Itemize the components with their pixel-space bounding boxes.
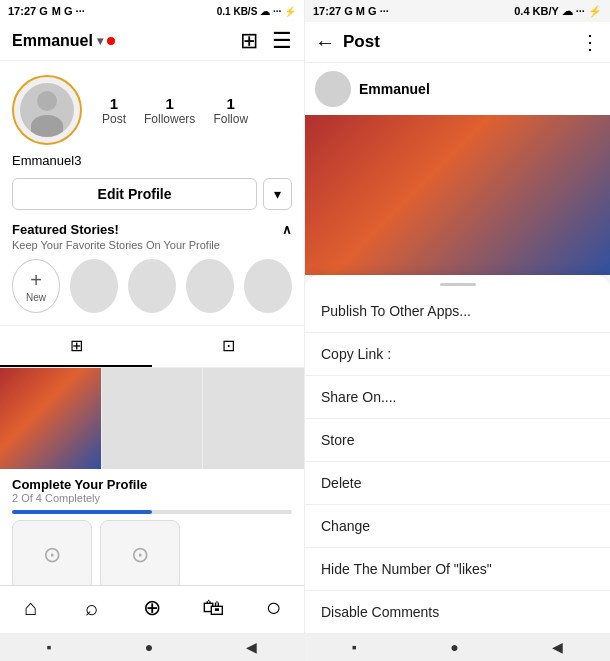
- right-status-bar: 17:27 G M G ··· 0.4 KB/Y ☁ ··· ⚡: [305, 0, 610, 22]
- avatar-head: [37, 91, 57, 111]
- featured-section: Featured Stories! ∧ Keep Your Favorite S…: [0, 218, 304, 321]
- right-sys-back-btn[interactable]: ◀: [552, 639, 563, 655]
- right-status-left: 17:27 G M G ···: [313, 5, 389, 17]
- sheet-item-disable-comments[interactable]: Disable Comments: [305, 591, 610, 633]
- left-sys-nav: ▪ ● ◀: [0, 633, 304, 661]
- add-post-icon[interactable]: ⊞: [240, 28, 258, 54]
- stat-following-label: Follow: [213, 112, 248, 126]
- sheet-item-hide-likes[interactable]: Hide The Number Of "likes": [305, 548, 610, 591]
- nav-add[interactable]: ⊕: [122, 592, 183, 623]
- menu-icon[interactable]: ☰: [272, 28, 292, 54]
- complete-profile-title: Complete Your Profile: [12, 477, 292, 492]
- tab-tagged[interactable]: ⊡: [152, 326, 304, 367]
- post-placeholder-3: [203, 368, 304, 469]
- right-sys-square-btn[interactable]: ▪: [352, 639, 357, 655]
- search-icon: ⌕: [85, 595, 98, 621]
- right-title: Post: [343, 32, 572, 52]
- complete-card-2[interactable]: ⊙: [100, 520, 180, 585]
- home-icon: ⌂: [24, 595, 37, 621]
- profile-username: Emmanuel3: [0, 153, 304, 174]
- nav-search[interactable]: ⌕: [61, 592, 122, 623]
- post-thumb-2[interactable]: [102, 368, 203, 469]
- complete-profile: Complete Your Profile 2 Of 4 Completely …: [0, 469, 304, 585]
- bottom-nav: ⌂ ⌕ ⊕ 🛍 ○: [0, 585, 304, 633]
- post-thumb-3[interactable]: [203, 368, 304, 469]
- avatar-wrap[interactable]: [12, 75, 82, 145]
- post-image: [305, 115, 610, 275]
- new-story-label: New: [26, 292, 46, 303]
- back-button[interactable]: ←: [315, 31, 335, 54]
- sheet-item-copy[interactable]: Copy Link :: [305, 333, 610, 376]
- sheet-item-publish[interactable]: Publish To Other Apps...: [305, 290, 610, 333]
- nav-username: Emmanuel: [12, 32, 93, 50]
- sheet-item-share[interactable]: Share On....: [305, 376, 610, 419]
- right-sys-circle-btn[interactable]: ●: [450, 639, 458, 655]
- tag-icon: ⊡: [222, 336, 235, 355]
- featured-collapse-icon[interactable]: ∧: [282, 222, 292, 237]
- complete-progress-track: [12, 510, 292, 514]
- nav-profile[interactable]: ○: [243, 592, 304, 623]
- sheet-item-change[interactable]: Change: [305, 505, 610, 548]
- status-time: 17:27 G: [8, 5, 48, 17]
- featured-title: Featured Stories!: [12, 222, 119, 237]
- avatar-body: [31, 115, 63, 137]
- story-bubble-1[interactable]: [70, 259, 118, 313]
- add-icon: ⊕: [143, 595, 161, 621]
- post-user-avatar: [315, 71, 351, 107]
- status-bar-left: 17:27 G M G ···: [8, 5, 85, 17]
- right-status-right: 0.4 KB/Y ☁ ··· ⚡: [514, 5, 602, 18]
- sheet-item-store[interactable]: Store: [305, 419, 610, 462]
- top-nav: Emmanuel ▾ ⊞ ☰: [0, 22, 304, 61]
- stories-row: + New: [12, 259, 292, 319]
- post-user-row: Emmanuel: [305, 63, 610, 115]
- shop-icon: 🛍: [202, 595, 224, 621]
- nav-shop[interactable]: 🛍: [182, 592, 243, 623]
- tabs-row: ⊞ ⊡: [0, 325, 304, 368]
- edit-profile-button[interactable]: Edit Profile: [12, 178, 257, 210]
- sheet-item-delete[interactable]: Delete: [305, 462, 610, 505]
- profile-dropdown-button[interactable]: ▾: [263, 178, 292, 210]
- right-top-nav: ← Post ⋮: [305, 22, 610, 63]
- nav-home[interactable]: ⌂: [0, 592, 61, 623]
- complete-card-icon-2: ⊙: [131, 542, 149, 568]
- posts-area: Complete Your Profile 2 Of 4 Completely …: [0, 368, 304, 585]
- sys-circle-btn[interactable]: ●: [145, 639, 153, 655]
- complete-card-1[interactable]: ⊙: [12, 520, 92, 585]
- edit-profile-row: Edit Profile ▾: [0, 174, 304, 218]
- story-bubble-3[interactable]: [186, 259, 234, 313]
- stat-followers-number: 1: [166, 95, 174, 112]
- new-story-plus-icon: +: [30, 270, 42, 290]
- more-options-icon[interactable]: ⋮: [580, 30, 600, 54]
- posts-grid: [0, 368, 304, 469]
- username-dropdown-icon[interactable]: ▾: [97, 34, 103, 48]
- avatar: [20, 83, 74, 137]
- complete-progress-bar: [12, 510, 152, 514]
- story-bubble-2[interactable]: [128, 259, 176, 313]
- complete-cards: ⊙ ⊙: [12, 520, 292, 585]
- featured-subtitle: Keep Your Favorite Stories On Your Profi…: [12, 239, 292, 251]
- right-status-time: 17:27: [313, 5, 341, 17]
- profile-section: 1 Post 1 Followers 1 Follow: [0, 61, 304, 153]
- sheet-handle: [440, 283, 476, 286]
- status-icons: M G ···: [52, 5, 85, 17]
- post-username: Emmanuel: [359, 81, 600, 97]
- notification-dot: [107, 37, 115, 45]
- post-image-1: [0, 368, 101, 469]
- tab-grid[interactable]: ⊞: [0, 326, 152, 367]
- left-status-bar: 17:27 G M G ··· 0.1 KB/S ☁ ··· ⚡: [0, 0, 304, 22]
- sys-square-btn[interactable]: ▪: [47, 639, 52, 655]
- username-row: Emmanuel ▾: [12, 32, 115, 50]
- stat-following: 1 Follow: [213, 95, 248, 126]
- stat-posts: 1 Post: [102, 95, 126, 126]
- right-status-icons: G M G ···: [344, 5, 389, 17]
- right-sys-nav: ▪ ● ◀: [305, 633, 610, 661]
- sys-back-btn[interactable]: ◀: [246, 639, 257, 655]
- post-thumb-1[interactable]: [0, 368, 101, 469]
- new-story-button[interactable]: + New: [12, 259, 60, 313]
- featured-header: Featured Stories! ∧: [12, 222, 292, 237]
- right-panel: 17:27 G M G ··· 0.4 KB/Y ☁ ··· ⚡ ← Post …: [305, 0, 610, 661]
- story-bubble-4[interactable]: [244, 259, 292, 313]
- stat-following-number: 1: [227, 95, 235, 112]
- profile-icon: ○: [266, 592, 282, 623]
- status-right-icons: 0.1 KB/S ☁ ··· ⚡: [217, 6, 296, 17]
